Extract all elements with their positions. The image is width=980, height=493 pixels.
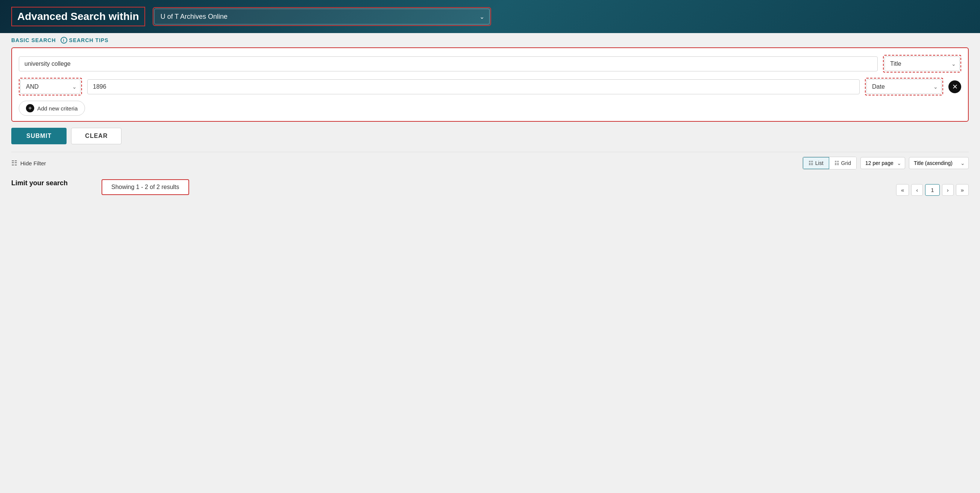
- info-icon: i: [60, 37, 67, 44]
- repository-select-inner: U of T Archives Online All Collections ⌄: [154, 9, 490, 24]
- results-toolbar: ☷ Hide Filter ☷ List ☷ Grid 12 per page …: [11, 152, 969, 174]
- plus-icon: +: [26, 104, 34, 113]
- submit-button[interactable]: SUBMIT: [11, 128, 67, 144]
- results-area: Limit your search Showing 1 - 2 of 2 res…: [11, 179, 969, 204]
- prev-page-button[interactable]: ‹: [911, 184, 923, 196]
- sidebar: Limit your search: [11, 179, 94, 204]
- advanced-search-title: Advanced Search within: [11, 7, 145, 26]
- view-toggle: ☷ List ☷ Grid: [802, 157, 857, 170]
- title-select-wrapper: Title Creator Subject Description Identi…: [883, 55, 961, 73]
- add-criteria-button[interactable]: + Add new criteria: [19, 101, 85, 116]
- per-page-wrapper: 12 per page 25 per page 50 per page ⌄: [861, 157, 905, 169]
- toolbar-right: ☷ List ☷ Grid 12 per page 25 per page 50…: [802, 157, 969, 170]
- search-tips-label: i SEARCH TIPS: [60, 37, 109, 44]
- search-form-box: Title Creator Subject Description Identi…: [11, 48, 969, 122]
- grid-view-button[interactable]: ☷ Grid: [829, 157, 856, 169]
- title-field-select[interactable]: Title Creator Subject Description Identi…: [885, 56, 960, 71]
- list-view-button[interactable]: ☷ List: [803, 157, 829, 169]
- search-row2: AND OR NOT ⌄ Date Title Creator Subject: [19, 78, 961, 95]
- date-select-wrapper: Date Title Creator Subject ⌄: [865, 78, 943, 95]
- current-page: 1: [925, 184, 939, 196]
- operator-select[interactable]: AND OR NOT: [20, 79, 81, 94]
- header: Advanced Search within U of T Archives O…: [0, 0, 980, 33]
- clear-button[interactable]: CLEAR: [71, 128, 121, 144]
- main-content: BASIC SEARCH i SEARCH TIPS Title Creator…: [0, 33, 980, 212]
- repository-select-wrapper: U of T Archives Online All Collections ⌄: [153, 7, 491, 26]
- results-main: Showing 1 - 2 of 2 results « ‹ 1 › »: [102, 179, 969, 204]
- search-label-row: BASIC SEARCH i SEARCH TIPS: [11, 37, 969, 44]
- results-count-text: Showing 1 - 2 of 2 results: [111, 184, 180, 190]
- next-page-button[interactable]: ›: [942, 184, 954, 196]
- list-icon: ☷: [808, 160, 813, 166]
- repository-select[interactable]: U of T Archives Online All Collections: [154, 9, 490, 24]
- results-count-row: Showing 1 - 2 of 2 results « ‹ 1 › »: [102, 179, 969, 200]
- date-select-container: Date Title Creator Subject ⌄: [866, 79, 942, 94]
- pagination: « ‹ 1 › »: [896, 184, 969, 196]
- last-page-button[interactable]: »: [956, 184, 969, 196]
- action-buttons: SUBMIT CLEAR: [11, 128, 969, 144]
- sort-wrapper: Title (ascending) Title (descending) Dat…: [909, 157, 969, 169]
- operator-select-wrapper: AND OR NOT ⌄: [19, 78, 82, 95]
- first-page-button[interactable]: «: [896, 184, 909, 196]
- per-page-select[interactable]: 12 per page 25 per page 50 per page: [861, 157, 905, 169]
- search-input-second[interactable]: [87, 79, 860, 94]
- operator-select-container: AND OR NOT ⌄: [20, 79, 81, 94]
- sort-select[interactable]: Title (ascending) Title (descending) Dat…: [909, 157, 969, 169]
- basic-search-label: BASIC SEARCH: [11, 37, 56, 43]
- grid-icon: ☷: [834, 160, 839, 166]
- search-input-main[interactable]: [19, 56, 878, 71]
- hide-filter-button[interactable]: ☷ Hide Filter: [11, 159, 46, 167]
- date-field-select[interactable]: Date Title Creator Subject: [866, 79, 942, 94]
- search-row1: Title Creator Subject Description Identi…: [19, 55, 961, 73]
- filter-icon: ☷: [11, 159, 17, 167]
- sidebar-title: Limit your search: [11, 179, 94, 187]
- results-count-box: Showing 1 - 2 of 2 results: [102, 179, 189, 195]
- remove-row-button[interactable]: ✕: [948, 81, 961, 93]
- title-select-container: Title Creator Subject Description Identi…: [885, 56, 960, 71]
